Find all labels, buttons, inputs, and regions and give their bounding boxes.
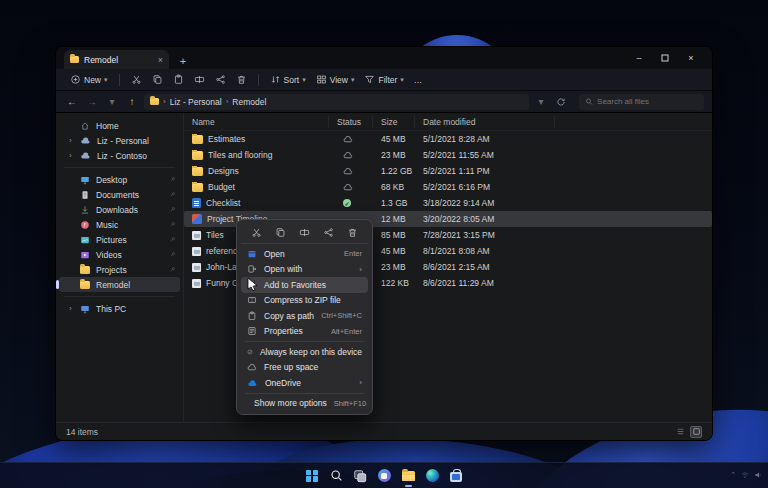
image-file-icon — [192, 279, 201, 288]
menu-item-free-up-space[interactable]: Free up space — [241, 360, 368, 376]
sort-icon — [270, 74, 281, 85]
column-header-status[interactable]: Status — [329, 116, 373, 128]
close-tab-icon[interactable]: × — [158, 55, 163, 65]
store-button[interactable] — [448, 467, 465, 484]
keep-on-device-icon — [247, 347, 253, 357]
sidebar-item-liz-contoso[interactable]: › Liz - Contoso — [59, 148, 180, 163]
task-view-icon — [353, 469, 367, 483]
thumbnail-view-icon — [692, 427, 701, 436]
share-button[interactable] — [211, 72, 230, 87]
sort-button[interactable]: Sort▾ — [266, 72, 310, 87]
menu-item-add-to-favorites[interactable]: Add to Favorites — [241, 277, 368, 293]
paste-button[interactable] — [169, 72, 188, 87]
menu-item-always-keep[interactable]: Always keep on this device — [241, 344, 368, 360]
new-button[interactable]: New▾ — [66, 72, 112, 87]
details-view-toggle[interactable] — [674, 426, 686, 438]
sidebar-item-pictures[interactable]: Pictures — [59, 232, 180, 247]
column-header-name[interactable]: Name — [184, 116, 329, 128]
chevron-expand-icon[interactable]: › — [67, 305, 74, 312]
view-button[interactable]: View▾ — [312, 72, 359, 87]
system-tray[interactable]: ⌃ — [730, 462, 762, 488]
search-box[interactable] — [579, 94, 704, 110]
chevron-down-icon: ▾ — [302, 76, 306, 84]
thumbnail-view-toggle[interactable] — [690, 426, 702, 438]
column-header-date[interactable]: Date modified — [415, 116, 555, 128]
file-row-tiles-and-flooring[interactable]: Tiles and flooring 23 MB 5/2/2021 11:55 … — [184, 147, 712, 163]
image-file-icon — [192, 247, 201, 256]
sidebar-item-downloads[interactable]: Downloads — [59, 202, 180, 217]
sidebar-item-music[interactable]: Music — [59, 217, 180, 232]
cut-icon[interactable] — [251, 227, 262, 238]
sidebar-item-documents[interactable]: Documents — [59, 187, 180, 202]
sidebar-item-videos[interactable]: Videos — [59, 247, 180, 262]
file-row-budget[interactable]: Budget 68 KB 5/2/2021 6:16 PM — [184, 179, 712, 195]
minimize-button[interactable]: – — [626, 49, 652, 67]
sidebar-item-projects[interactable]: Projects — [59, 262, 180, 277]
breadcrumb-item-current[interactable]: Remodel — [232, 97, 266, 107]
delete-button[interactable] — [232, 72, 251, 87]
menu-item-open-with[interactable]: Open with› — [241, 262, 368, 278]
sidebar-item-liz-personal[interactable]: › Liz - Personal — [59, 133, 180, 148]
start-button[interactable] — [304, 467, 321, 484]
recent-locations-button[interactable]: ▾ — [104, 94, 120, 110]
breadcrumb[interactable]: › Liz - Personal › Remodel — [144, 94, 529, 110]
rename-button[interactable] — [190, 72, 209, 87]
up-button[interactable]: ↑ — [124, 94, 140, 110]
refresh-button[interactable] — [553, 94, 569, 110]
menu-item-show-more-options[interactable]: Show more optionsShift+F10 — [241, 396, 368, 412]
file-row-designs[interactable]: Designs 1.22 GB 5/2/2021 1:11 PM — [184, 163, 712, 179]
cut-button[interactable] — [127, 72, 146, 87]
menu-item-copy-as-path[interactable]: Copy as pathCtrl+Shift+C — [241, 308, 368, 324]
toolbar-separator — [119, 74, 120, 86]
menu-item-compress-zip[interactable]: Compress to ZIP file — [241, 293, 368, 309]
rename-icon[interactable] — [299, 227, 310, 238]
file-explorer-button[interactable] — [400, 467, 417, 484]
volume-icon — [754, 471, 762, 479]
more-options-button[interactable]: … — [410, 73, 427, 87]
widgets-icon — [378, 469, 391, 482]
tab-remodel[interactable]: Remodel × — [64, 50, 169, 69]
rename-icon — [194, 74, 205, 85]
file-row-checklist[interactable]: Checklist ✓ 1.3 GB 3/18/2022 9:14 AM — [184, 195, 712, 211]
address-dropdown-button[interactable]: ▾ — [533, 94, 549, 110]
search-input[interactable] — [597, 97, 698, 106]
widgets-button[interactable] — [376, 467, 393, 484]
tray-chevron-icon[interactable]: ⌃ — [730, 471, 736, 479]
column-header-size[interactable]: Size — [373, 116, 415, 128]
back-button[interactable]: ← — [64, 94, 80, 110]
new-tab-button[interactable]: + — [175, 53, 191, 69]
sidebar-item-home[interactable]: Home — [59, 118, 180, 133]
file-explorer-window: Remodel × + – × New▾ — [55, 46, 713, 441]
edge-button[interactable] — [424, 467, 441, 484]
filter-button[interactable]: Filter▾ — [360, 72, 407, 87]
trash-icon[interactable] — [347, 227, 358, 238]
maximize-button[interactable] — [652, 49, 678, 67]
view-grid-icon — [316, 74, 327, 85]
search-icon — [330, 469, 343, 482]
breadcrumb-item-parent[interactable]: Liz - Personal — [170, 97, 222, 107]
chevron-expand-icon[interactable]: › — [67, 152, 74, 159]
share-icon[interactable] — [323, 227, 334, 238]
taskbar-search-button[interactable] — [328, 467, 345, 484]
filter-icon — [364, 74, 375, 85]
chevron-down-icon: ▾ — [351, 76, 355, 84]
tab-label: Remodel — [84, 55, 118, 65]
copy-icon[interactable] — [275, 227, 286, 238]
sidebar-item-remodel[interactable]: Remodel — [59, 277, 180, 292]
copy-button[interactable] — [148, 72, 167, 87]
properties-icon — [247, 326, 257, 336]
forward-button[interactable]: → — [84, 94, 100, 110]
sidebar-item-this-pc[interactable]: › This PC — [59, 301, 180, 316]
tab-bar: Remodel × + – × — [56, 47, 712, 69]
cloud-status-icon — [343, 135, 353, 143]
menu-item-open[interactable]: OpenEnter — [241, 246, 368, 262]
sidebar-item-desktop[interactable]: Desktop — [59, 172, 180, 187]
close-button[interactable]: × — [678, 49, 704, 67]
menu-item-onedrive[interactable]: OneDrive› — [241, 375, 368, 391]
task-view-button[interactable] — [352, 467, 369, 484]
open-icon — [247, 249, 257, 259]
menu-item-properties[interactable]: PropertiesAlt+Enter — [241, 324, 368, 340]
chevron-expand-icon[interactable]: › — [67, 137, 74, 144]
sidebar-divider — [64, 167, 175, 168]
file-row-estimates[interactable]: Estimates 45 MB 5/1/2021 8:28 AM — [184, 131, 712, 147]
